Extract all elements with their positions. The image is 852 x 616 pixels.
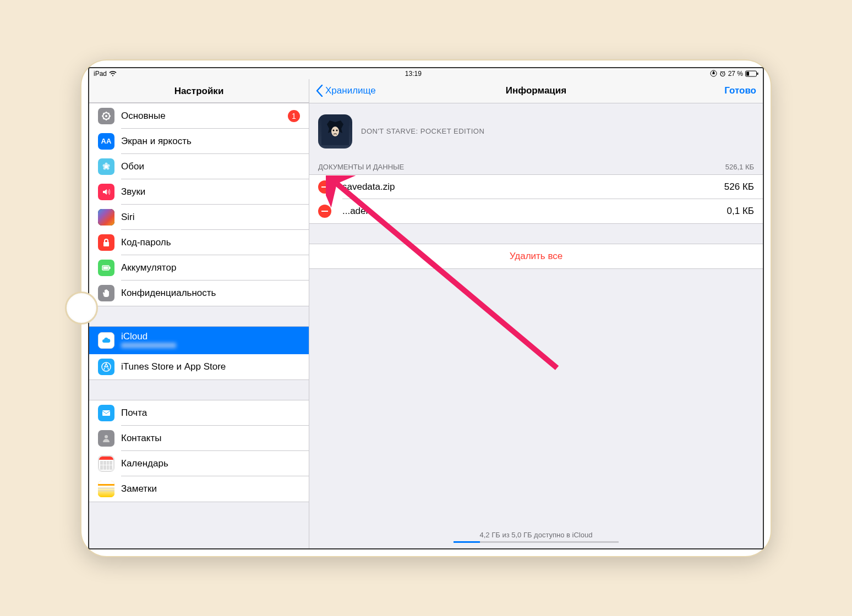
- section-header: ДОКУМЕНТЫ И ДАННЫЕ 526,1 КБ: [309, 160, 763, 174]
- sidebar-item-label: Календарь: [121, 458, 300, 469]
- battery-icon: [98, 260, 114, 276]
- svg-point-8: [105, 162, 108, 165]
- sidebar-item-hand[interactable]: Конфиденциальность: [89, 280, 309, 306]
- sidebar-item-label: Основные: [121, 111, 288, 122]
- hand-icon: [98, 285, 114, 301]
- sidebar-item-label: Siri: [121, 212, 300, 223]
- document-size: 0,1 КБ: [727, 206, 754, 217]
- notification-badge: 1: [288, 110, 300, 122]
- sidebar-item-label: iCloud: [121, 331, 300, 342]
- sidebar-item-siri[interactable]: Siri: [89, 205, 309, 230]
- svg-point-21: [331, 127, 339, 136]
- svg-point-9: [107, 164, 110, 167]
- battery-label: 27 %: [728, 70, 743, 78]
- sidebar-item-label: Заметки: [121, 483, 300, 494]
- sidebar-item-mail[interactable]: Почта: [89, 400, 309, 426]
- sidebar-item-appstore[interactable]: iTunes Store и App Store: [89, 354, 309, 380]
- docs-total-size: 526,1 КБ: [725, 163, 754, 171]
- sidebar-item-lock[interactable]: Код-пароль: [89, 230, 309, 255]
- docs-header-label: ДОКУМЕНТЫ И ДАННЫЕ: [318, 163, 404, 171]
- flower-icon: [98, 158, 114, 175]
- svg-rect-4: [746, 72, 749, 75]
- sidebar-item-label: iTunes Store и App Store: [121, 361, 300, 372]
- sidebar-item-gear[interactable]: Основные1: [89, 103, 309, 129]
- page-title: Информация: [309, 85, 763, 96]
- sidebar-item-subtitle: [121, 342, 300, 350]
- sidebar-item-battery[interactable]: Аккумулятор: [89, 255, 309, 280]
- appstore-icon: [98, 359, 114, 375]
- calendar-icon: [98, 455, 114, 472]
- nav-bar: Хранилище Информация Готово: [309, 79, 763, 103]
- sidebar-item-label: Аккумулятор: [121, 262, 300, 273]
- sidebar-item-contacts[interactable]: Контакты: [89, 426, 309, 451]
- document-name: ...ader: [342, 206, 727, 217]
- document-size: 526 КБ: [724, 182, 754, 193]
- sidebar-item-label: Звуки: [121, 186, 300, 197]
- document-row[interactable]: ...ader 0,1 КБ: [309, 199, 763, 223]
- time-label: 13:19: [405, 70, 422, 78]
- back-button[interactable]: Хранилище: [316, 85, 376, 97]
- sidebar-item-speaker[interactable]: Звуки: [89, 179, 309, 205]
- battery-icon: [745, 70, 758, 77]
- sidebar-title: Настройки: [89, 79, 309, 103]
- sidebar-item-flower[interactable]: Обои: [89, 154, 309, 179]
- app-icon: [318, 114, 352, 148]
- sidebar-item-notes[interactable]: Заметки: [89, 476, 309, 502]
- sidebar-item-label: Код-пароль: [121, 237, 300, 248]
- sidebar-item-label: Конфиденциальность: [121, 288, 300, 299]
- sidebar-item-label: Почта: [121, 408, 300, 419]
- svg-point-22: [333, 129, 335, 131]
- svg-point-10: [107, 167, 110, 169]
- sidebar-item-label: Контакты: [121, 433, 300, 444]
- notes-icon: [98, 481, 114, 497]
- svg-rect-18: [102, 410, 110, 416]
- sidebar-item-aa[interactable]: AAЭкран и яркость: [89, 129, 309, 154]
- gear-icon: [98, 108, 114, 124]
- sidebar-item-label: Обои: [121, 161, 300, 172]
- svg-rect-16: [103, 266, 108, 269]
- aa-icon: AA: [98, 133, 114, 150]
- contacts-icon: [98, 430, 114, 447]
- app-name: DON'T STARVE: POCKET EDITION: [361, 127, 484, 135]
- sidebar-item-label: Экран и яркость: [121, 136, 300, 147]
- settings-sidebar: Настройки Основные1AAЭкран и яркостьОбои…: [89, 79, 309, 548]
- delete-icon[interactable]: [318, 180, 331, 194]
- speaker-icon: [98, 184, 114, 200]
- document-list: savedata.zip 526 КБ ...ader 0,1 КБ: [309, 174, 763, 224]
- mail-icon: [98, 405, 114, 421]
- main-panel: Хранилище Информация Готово: [309, 79, 763, 548]
- svg-point-23: [336, 129, 338, 131]
- app-header: DON'T STARVE: POCKET EDITION: [309, 103, 763, 160]
- storage-footer: 4,2 ГБ из 5,0 ГБ доступно в iCloud: [309, 531, 763, 543]
- document-name: savedata.zip: [342, 182, 724, 193]
- storage-text: 4,2 ГБ из 5,0 ГБ доступно в iCloud: [480, 531, 593, 539]
- svg-rect-15: [110, 267, 111, 269]
- delete-icon[interactable]: [318, 205, 331, 218]
- delete-all-button[interactable]: Удалить все: [309, 244, 763, 269]
- wifi-icon: [109, 71, 117, 76]
- status-bar: iPad 13:19 27 %: [89, 68, 763, 79]
- device-label: iPad: [94, 70, 107, 78]
- cloud-icon: [98, 332, 114, 349]
- sidebar-item-calendar[interactable]: Календарь: [89, 451, 309, 476]
- svg-point-12: [103, 164, 106, 167]
- svg-rect-13: [103, 242, 109, 246]
- siri-icon: [98, 209, 114, 226]
- back-label: Хранилище: [325, 85, 376, 96]
- alarm-icon: [719, 70, 726, 77]
- sidebar-item-cloud[interactable]: iCloud: [89, 327, 309, 354]
- svg-point-11: [103, 167, 106, 169]
- document-row[interactable]: savedata.zip 526 КБ: [309, 175, 763, 199]
- svg-rect-3: [757, 73, 758, 75]
- svg-point-6: [105, 115, 107, 117]
- lock-icon: [98, 234, 114, 251]
- svg-point-19: [105, 435, 108, 438]
- done-button[interactable]: Готово: [724, 85, 756, 96]
- storage-bar: [454, 541, 619, 543]
- orientation-lock-icon: [710, 70, 717, 77]
